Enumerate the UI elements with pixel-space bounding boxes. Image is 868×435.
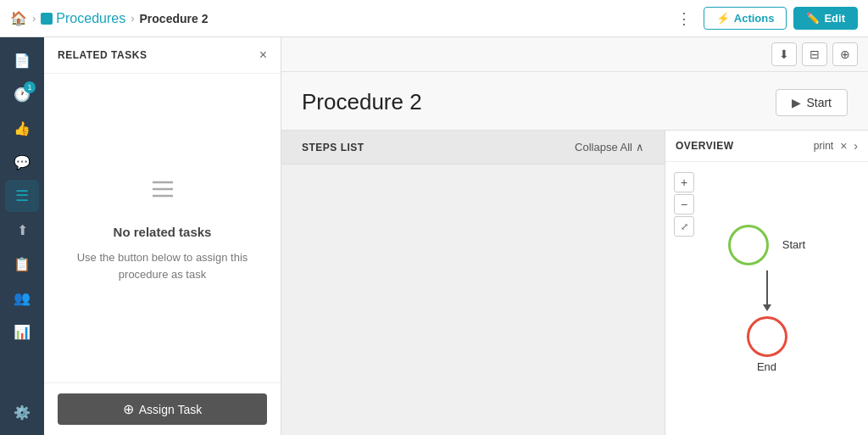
overview-print-button[interactable]: print [814,140,833,152]
chat-icon: 💬 [14,154,31,170]
procedures-link[interactable]: Procedures [41,11,125,26]
overview-panel: OVERVIEW print × › + − ⤢ [665,131,868,435]
procedure-title: Procedure 2 [302,89,422,115]
start-node-label: Start [782,238,805,251]
users-icon: 👥 [14,290,31,306]
no-tasks-icon [146,174,180,209]
overview-header: OVERVIEW print × › [665,131,868,162]
breadcrumb-sep1: › [32,12,36,25]
thumbsup-icon: 👍 [14,120,31,137]
breadcrumb-sep2: › [131,12,134,25]
edit-button[interactable]: ✏️ Edit [793,7,858,30]
play-icon: ▶ [792,96,801,109]
zoom-out-button[interactable]: − [674,194,694,215]
flow-end-node: End [747,316,787,373]
copy-icon: 📋 [14,256,31,272]
flow-line [766,270,768,304]
sidebar-item-upload[interactable]: ⬆ [5,214,39,246]
assign-task-label: Assign Task [139,403,202,416]
sidebar-item-users[interactable]: 👥 [5,282,39,314]
chart-icon: 📊 [14,324,31,340]
edit-icon: ✏️ [806,12,820,25]
overview-label: OVERVIEW [676,140,733,152]
flow-diagram: Start End [665,162,868,435]
zoom-controls: + − ⤢ [674,172,694,237]
content-area: ⬇ ⊟ ⊕ Procedure 2 ▶ Start STEPS LIST Col… [281,37,868,435]
sidebar-item-list[interactable]: ☰ [5,180,39,212]
sidebar-item-clock[interactable]: 🕐 1 [5,78,39,110]
sidebar-item-chat[interactable]: 💬 [5,146,39,178]
overview-body: + − ⤢ Start [665,162,868,435]
sidebar-item-copy[interactable]: 📋 [5,248,39,280]
related-tasks-body: No related tasks Use the button below to… [44,74,281,382]
document-icon: 📄 [14,53,31,69]
sidebar-item-document[interactable]: 📄 [5,44,39,76]
collapse-all-button[interactable]: Collapse All ∧ [575,141,644,153]
flow-start-node: Start [728,225,805,265]
flow-arrow [763,270,771,311]
overview-next-button[interactable]: › [854,139,858,153]
no-tasks-title: No related tasks [114,225,212,239]
sidebar-item-chart[interactable]: 📊 [5,315,39,348]
collapse-all-label: Collapse All [575,141,632,153]
no-tasks-description: Use the button below to assign this proc… [61,249,264,282]
flow-start-row: Start [728,225,805,265]
more-options-icon[interactable]: ⋮ [671,6,697,31]
sidebar-item-gear[interactable]: ⚙️ [5,396,39,428]
sidebar-nav: 📄 🕐 1 👍 💬 ☰ ⬆ 📋 👥 📊 ⚙️ [0,37,44,435]
current-page-label: Procedure 2 [140,12,209,25]
gear-icon: ⚙️ [14,404,31,421]
actions-button[interactable]: ⚡ Actions [704,7,787,30]
procedures-folder-icon [41,13,53,25]
related-tasks-header: RELATED TASKS × [44,37,281,74]
assign-task-button[interactable]: ⊕ Assign Task [58,393,267,425]
clock-badge: 1 [24,81,36,93]
upload-icon: ⬆ [17,222,28,238]
list-icon: ☰ [15,187,29,205]
collapse-icon: ∧ [636,141,644,153]
zoom-in-button[interactable]: + [674,172,694,192]
sub-download-icon[interactable]: ⬇ [771,42,797,66]
overview-header-actions: print × › [814,139,858,153]
related-tasks-title: RELATED TASKS [58,49,147,61]
procedure-header: Procedure 2 ▶ Start [281,72,868,131]
steps-section: STEPS LIST Collapse All ∧ [281,131,665,435]
start-circle [728,225,769,265]
steps-list-label: STEPS LIST [302,142,364,153]
flow-end-row [747,316,787,357]
start-button[interactable]: ▶ Start [776,89,848,116]
related-tasks-footer: ⊕ Assign Task [44,382,281,435]
sub-minus-icon[interactable]: ⊟ [802,42,827,66]
breadcrumb: 🏠 › Procedures › Procedure 2 [10,10,208,26]
steps-header: STEPS LIST Collapse All ∧ [281,131,665,165]
procedures-label: Procedures [56,11,125,26]
sub-plus-icon[interactable]: ⊕ [832,42,858,66]
main-layout: 📄 🕐 1 👍 💬 ☰ ⬆ 📋 👥 📊 ⚙️ [0,37,868,435]
sub-topbar: ⬇ ⊟ ⊕ [281,37,868,72]
end-circle [747,316,787,357]
related-tasks-close-button[interactable]: × [259,47,267,63]
flow-arrowhead [763,304,771,311]
topbar: 🏠 › Procedures › Procedure 2 ⋮ ⚡ Actions… [0,0,868,37]
home-icon[interactable]: 🏠 [10,10,27,26]
start-label: Start [806,96,832,109]
lightning-icon: ⚡ [716,12,730,25]
zoom-fit-button[interactable]: ⤢ [674,216,694,237]
overview-close-button[interactable]: × [840,139,847,153]
topbar-actions: ⋮ ⚡ Actions ✏️ Edit [671,6,858,31]
end-node-label: End [757,360,776,373]
sidebar-item-thumbs[interactable]: 👍 [5,112,39,144]
assign-task-plus-icon: ⊕ [123,401,134,417]
actions-label: Actions [734,12,775,25]
edit-label: Edit [824,12,845,25]
steps-overview-layout: STEPS LIST Collapse All ∧ OVERVIEW print… [281,131,868,435]
related-tasks-panel: RELATED TASKS × No related tasks Use the… [44,37,281,435]
